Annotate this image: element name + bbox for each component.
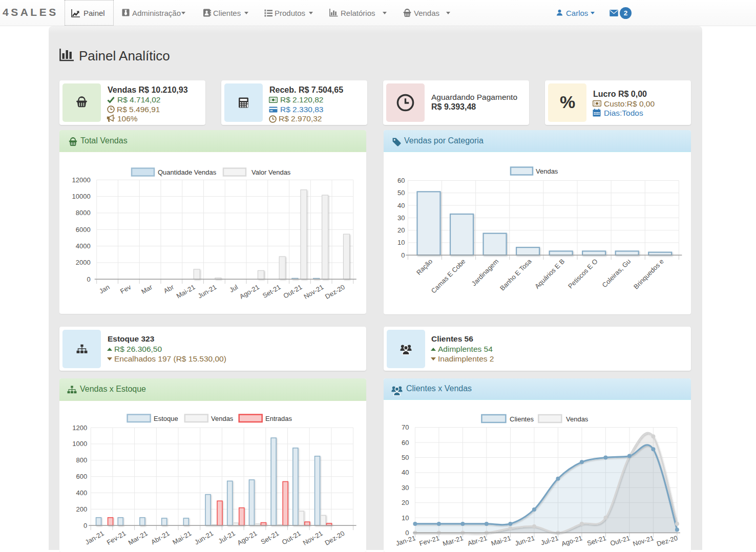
svg-text:Ago-21: Ago-21 — [236, 529, 259, 546]
svg-text:Jun-21: Jun-21 — [193, 529, 215, 546]
svg-text:50: 50 — [397, 189, 405, 197]
svg-text:0: 0 — [87, 275, 90, 283]
svg-text:10: 10 — [402, 514, 409, 521]
svg-text:Nov-21: Nov-21 — [632, 534, 655, 548]
svg-text:Jun-21: Jun-21 — [514, 534, 535, 547]
svg-text:60: 60 — [397, 177, 405, 184]
svg-text:Camas E Cobe: Camas E Cobe — [430, 258, 467, 295]
svg-text:Ago-21: Ago-21 — [560, 534, 583, 548]
svg-text:Jul-21: Jul-21 — [217, 529, 237, 545]
svg-text:Jul-21: Jul-21 — [540, 534, 559, 547]
svg-text:Fev: Fev — [119, 283, 133, 295]
svg-text:50: 50 — [402, 454, 409, 461]
svg-text:Mar: Mar — [140, 283, 154, 295]
svg-text:Valor Vendas: Valor Vendas — [251, 168, 291, 176]
svg-text:Mai-21: Mai-21 — [490, 534, 512, 547]
svg-text:Abr-21: Abr-21 — [150, 529, 171, 546]
svg-text:40: 40 — [397, 201, 405, 209]
svg-text:Set-21: Set-21 — [586, 534, 607, 547]
svg-text:Nov-21: Nov-21 — [302, 283, 325, 300]
svg-text:Aquários E B: Aquários E B — [533, 258, 566, 290]
svg-text:Ago-21: Ago-21 — [238, 283, 261, 300]
svg-text:Jan: Jan — [98, 283, 111, 294]
svg-text:1200: 1200 — [72, 423, 87, 431]
svg-text:Fev-21: Fev-21 — [106, 529, 128, 546]
svg-text:Mai-21: Mai-21 — [171, 529, 193, 546]
svg-text:Set-21: Set-21 — [261, 283, 282, 299]
svg-text:Fev-21: Fev-21 — [418, 534, 440, 547]
svg-text:200: 200 — [76, 505, 87, 513]
svg-text:Set-21: Set-21 — [259, 529, 280, 545]
svg-text:Vendas: Vendas — [211, 414, 234, 422]
svg-text:Coleiras, Gu: Coleiras, Gu — [601, 258, 633, 289]
svg-text:0: 0 — [401, 251, 405, 259]
svg-text:Abr-21: Abr-21 — [467, 534, 488, 547]
svg-text:Quantidade Vendas: Quantidade Vendas — [158, 168, 217, 176]
svg-text:10000: 10000 — [72, 193, 91, 200]
svg-text:Mar-21: Mar-21 — [442, 534, 465, 547]
svg-text:20: 20 — [397, 226, 405, 234]
svg-text:Banho E Tosa: Banho E Tosa — [498, 257, 533, 292]
svg-text:Nov-21: Nov-21 — [302, 529, 324, 546]
svg-text:40: 40 — [402, 469, 409, 476]
svg-text:Jun-21: Jun-21 — [196, 283, 218, 300]
svg-text:Dez-20: Dez-20 — [656, 534, 678, 548]
svg-text:Brinquedos e: Brinquedos e — [632, 258, 665, 291]
svg-text:Jan-21: Jan-21 — [84, 529, 106, 546]
svg-text:Clientes: Clientes — [510, 415, 534, 423]
svg-text:Estoque: Estoque — [154, 414, 178, 422]
svg-text:20: 20 — [402, 499, 409, 506]
svg-text:30: 30 — [402, 483, 409, 491]
svg-text:2000: 2000 — [76, 259, 91, 266]
svg-text:0: 0 — [83, 521, 87, 529]
svg-text:Abr: Abr — [162, 283, 176, 294]
svg-text:600: 600 — [76, 473, 87, 480]
svg-text:Vendas: Vendas — [536, 167, 558, 175]
svg-text:Entradas: Entradas — [265, 414, 292, 422]
svg-text:Ração: Ração — [415, 258, 434, 277]
svg-text:30: 30 — [397, 214, 405, 222]
svg-text:60: 60 — [402, 438, 409, 446]
svg-text:Vendas: Vendas — [566, 415, 589, 423]
svg-text:Dez-20: Dez-20 — [324, 283, 346, 300]
svg-text:Petiscos E O: Petiscos E O — [566, 258, 599, 290]
svg-text:Jardinagem: Jardinagem — [470, 258, 500, 288]
svg-text:Out-21: Out-21 — [281, 529, 302, 546]
svg-text:6000: 6000 — [76, 225, 91, 233]
svg-text:Mar-21: Mar-21 — [127, 529, 149, 546]
svg-text:12000: 12000 — [72, 176, 91, 183]
svg-text:70: 70 — [402, 423, 409, 431]
svg-text:Out-21: Out-21 — [282, 283, 303, 300]
svg-text:Jul: Jul — [228, 283, 239, 293]
svg-text:8000: 8000 — [76, 209, 91, 217]
svg-text:800: 800 — [76, 456, 87, 464]
svg-text:Mai-21: Mai-21 — [175, 283, 197, 300]
svg-text:Out-21: Out-21 — [609, 534, 631, 547]
svg-text:400: 400 — [76, 489, 87, 497]
svg-text:Dez-20: Dez-20 — [323, 529, 346, 546]
svg-text:1000: 1000 — [72, 440, 87, 448]
svg-text:10: 10 — [397, 239, 405, 246]
svg-text:4000: 4000 — [76, 242, 91, 250]
